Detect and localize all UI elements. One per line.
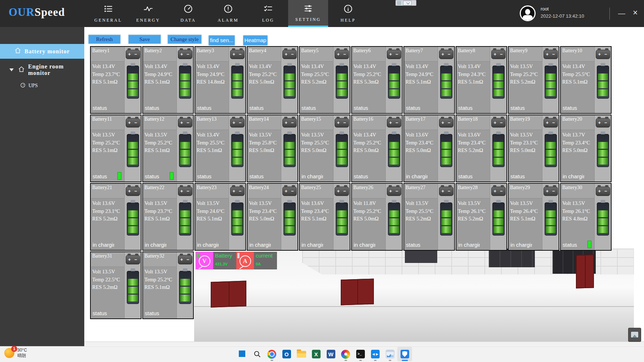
chrome-button[interactable] bbox=[264, 347, 279, 361]
res-value: 5.0mΩ bbox=[260, 79, 274, 85]
close-button[interactable]: × bbox=[633, 8, 638, 17]
volt-label: Volt bbox=[458, 63, 466, 69]
battery-card[interactable]: Battery4 +− Volt 13.4V Temp 25.2°C RES 5… bbox=[247, 46, 298, 114]
tab-energy[interactable]: ENERGY bbox=[128, 0, 168, 27]
voltmeter-widget[interactable]: V Battery 431.3V bbox=[196, 252, 237, 269]
ammeter-widget[interactable]: A current 0A bbox=[236, 252, 277, 269]
battery-card[interactable]: Battery5 +− Volt 13.4V Temp 25.5°C RES 5… bbox=[299, 46, 350, 114]
battery-card[interactable]: Battery17 +− Volt 13.6V Temp 23.4°C RES … bbox=[403, 115, 455, 182]
volt-value: 13.5V bbox=[520, 63, 533, 69]
word-button[interactable]: W bbox=[323, 347, 338, 361]
tab-label: HELP bbox=[341, 18, 356, 23]
battery-card[interactable]: Battery24 +− Volt 13.5V Temp 23.4°C RES … bbox=[247, 183, 298, 251]
res-value: 14.8mΩ bbox=[207, 79, 224, 85]
start-button[interactable] bbox=[235, 347, 250, 361]
excel-button[interactable]: X bbox=[309, 347, 323, 361]
horizontal-scrollbar[interactable] bbox=[84, 341, 644, 346]
battery-card[interactable]: Battery2 +− Volt 13.4V Temp 24.9°C RES 5… bbox=[142, 46, 194, 114]
battery-card[interactable]: Battery20 +− Volt 13.7V Temp 23.4°C RES … bbox=[560, 115, 612, 182]
battery-card[interactable]: Battery8 +− Volt 13.4V Temp 24.3°C RES 5… bbox=[456, 46, 507, 114]
volt-label: Volt bbox=[144, 132, 153, 138]
refresh-button[interactable]: Refresh bbox=[88, 35, 121, 44]
volt-value: 13.6V bbox=[311, 200, 324, 206]
expand-arrow-icon[interactable] bbox=[9, 68, 14, 71]
battery-card[interactable]: Battery10 +− Volt 13.4V Temp 25.5°C RES … bbox=[560, 46, 612, 114]
file-explorer-button[interactable] bbox=[294, 347, 309, 361]
res-label: RES bbox=[562, 147, 572, 153]
tab-data[interactable]: DATA bbox=[168, 0, 208, 27]
battery-card[interactable]: Battery25 +− Volt 13.6V Temp 23.4°C RES … bbox=[299, 183, 350, 251]
res-value: 5.1mΩ bbox=[469, 79, 483, 85]
logo-primary: OUR bbox=[9, 6, 35, 18]
battery-card[interactable]: Battery11 +− Volt 13.5V Temp 25.2°C RES … bbox=[90, 115, 142, 182]
user-avatar[interactable] bbox=[520, 5, 536, 21]
battery-card[interactable]: Battery28 +− Volt 13.5V Temp 26.1°C RES … bbox=[456, 183, 507, 251]
battery-card[interactable]: Battery15 +− Volt 13.5V Temp 25.5°C RES … bbox=[299, 115, 350, 182]
tab-setting[interactable]: SETTING bbox=[288, 0, 328, 27]
battery-card[interactable]: Battery30 +− Volt 13.5V Temp 26.1°C RES … bbox=[560, 183, 612, 251]
sidebar-item-battery-monitor[interactable]: Battery monitor bbox=[0, 44, 84, 59]
battery-status: status bbox=[249, 105, 271, 112]
outlook-button[interactable]: O bbox=[279, 347, 294, 361]
chevron-down-icon[interactable] bbox=[403, 1, 412, 5]
battery-card[interactable]: Battery18 +− Volt 13.6V Temp 23.4°C RES … bbox=[456, 115, 507, 182]
battery-graphic-column: +− bbox=[176, 115, 193, 182]
save-button[interactable]: Save bbox=[128, 35, 161, 44]
battery-card[interactable]: Battery29 +− Volt 13.5V Temp 26.4°C RES … bbox=[508, 183, 559, 251]
heatmap-button[interactable]: Heatmap bbox=[243, 35, 268, 45]
battery-card[interactable]: Battery13 +− Volt 13.4V Temp 25.5°C RES … bbox=[194, 115, 246, 182]
temp-value: 23.7°C bbox=[105, 71, 120, 77]
battery-readings: Volt 13.5V Temp 25.2°C RES 5.1mΩ bbox=[144, 131, 172, 155]
battery-card[interactable]: Battery14 +− Volt 13.5V Temp 25.8°C RES … bbox=[247, 115, 298, 182]
battery-card[interactable]: Battery16 +− Volt 13.4V Temp 25.2°C RES … bbox=[351, 115, 403, 182]
battery-monitor-app-button[interactable] bbox=[397, 347, 412, 361]
voltmeter-icon: V bbox=[196, 252, 213, 269]
floating-capture-widget[interactable] bbox=[395, 0, 416, 6]
task-manager-button[interactable] bbox=[383, 347, 397, 361]
battery-card[interactable]: Battery3 +− Volt 13.4V Temp 24.9°C RES 1… bbox=[194, 46, 246, 114]
battery-terminal-icon: +− bbox=[230, 50, 245, 59]
tab-alarm[interactable]: ALARM bbox=[208, 0, 248, 27]
battery-card[interactable]: Battery32 +− Volt 13.5V Temp 25.2°C RES … bbox=[142, 251, 194, 319]
battery-card[interactable]: Battery7 +− Volt 13.4V Temp 24.9°C RES 5… bbox=[403, 46, 455, 114]
photos-button[interactable] bbox=[338, 347, 353, 361]
battery-graphic-column: +− bbox=[124, 184, 141, 250]
battery-card[interactable]: Battery9 +− Volt 13.5V Temp 25.2°C RES 5… bbox=[508, 46, 559, 114]
battery-card[interactable]: Battery31 +− Volt 13.5V Temp 22.5°C RES … bbox=[90, 251, 142, 319]
temp-value: 24.6°C bbox=[210, 208, 224, 214]
battery-card[interactable]: Battery19 +− Volt 13.5V Temp 23.1°C RES … bbox=[508, 115, 559, 182]
taskbar-weather-widget[interactable]: 1 30°C 晴朗 bbox=[4, 348, 27, 358]
temp-value: 25.8°C bbox=[262, 140, 277, 146]
map-toggle-button[interactable] bbox=[628, 328, 641, 342]
volt-label: Volt bbox=[562, 63, 571, 69]
sidebar-item-engine-room-monitor[interactable]: Engine room monitor bbox=[0, 64, 84, 76]
tab-log[interactable]: LOG bbox=[248, 0, 288, 27]
battery-card[interactable]: Battery26 +− Volt 11.8V Temp 25.2°C RES … bbox=[351, 183, 403, 251]
battery-card[interactable]: Battery22 +− Volt 13.5V Temp 23.7°C RES … bbox=[142, 183, 194, 251]
battery-card[interactable]: Battery27 +− Volt 13.5V Temp 25.5°C RES … bbox=[403, 183, 455, 251]
tab-help[interactable]: HELP bbox=[328, 0, 368, 27]
res-value: 5.2mΩ bbox=[416, 216, 431, 222]
window-controls-divider bbox=[609, 8, 610, 20]
battery-card[interactable]: Battery23 +− Volt 13.5V Temp 24.6°C RES … bbox=[194, 183, 246, 251]
temp-value: 24.9°C bbox=[210, 71, 224, 77]
find-sensor-button[interactable]: find sen... bbox=[209, 35, 235, 45]
volt-label: Volt bbox=[197, 200, 205, 206]
temp-value: 24.9°C bbox=[157, 71, 172, 77]
battery-readings: Volt 13.4V Temp 24.9°C RES 5.1mΩ bbox=[406, 63, 433, 86]
search-button[interactable] bbox=[250, 347, 264, 361]
battery-card[interactable]: Battery12 +− Volt 13.5V Temp 25.2°C RES … bbox=[142, 115, 194, 182]
change-style-button[interactable]: Change style bbox=[167, 35, 202, 44]
sidebar-item-ups[interactable]: UPS bbox=[0, 81, 84, 90]
teamviewer-button[interactable]: ◄► bbox=[368, 347, 383, 361]
terminal-button[interactable]: >_ bbox=[353, 347, 368, 361]
battery-level-icon bbox=[336, 202, 348, 236]
tab-general[interactable]: GENERAL bbox=[88, 0, 128, 27]
battery-card[interactable]: Battery21 +− Volt 13.6V Temp 23.1°C RES … bbox=[90, 183, 142, 251]
battery-card[interactable]: Battery6 +− Volt 13.4V Temp 25.2°C RES 5… bbox=[351, 46, 403, 114]
battery-card[interactable]: Battery1 +− Volt 13.4V Temp 23.7°C RES 5… bbox=[90, 46, 142, 114]
battery-graphic-column: +− bbox=[229, 184, 245, 250]
minimize-button[interactable]: — bbox=[618, 9, 625, 18]
battery-name: Battery24 bbox=[249, 185, 269, 191]
pulse-icon bbox=[143, 4, 153, 15]
